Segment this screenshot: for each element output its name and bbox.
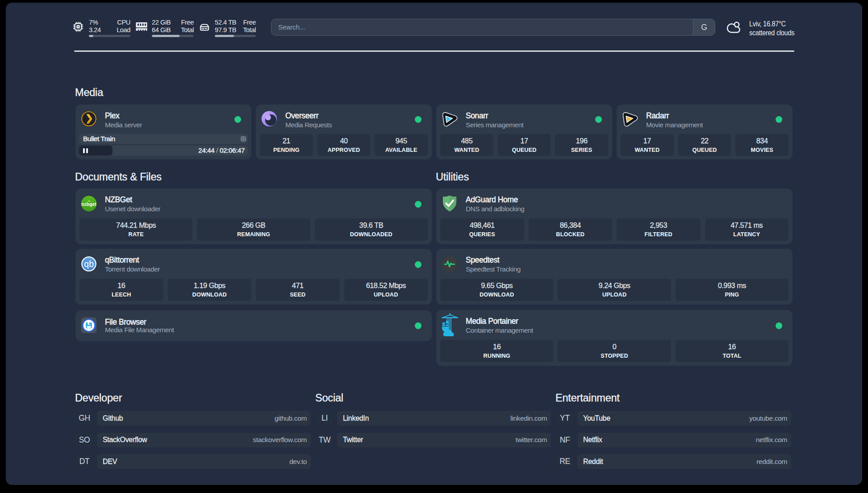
- svg-text:nzbget: nzbget: [81, 202, 96, 207]
- svg-text:qb: qb: [84, 259, 94, 269]
